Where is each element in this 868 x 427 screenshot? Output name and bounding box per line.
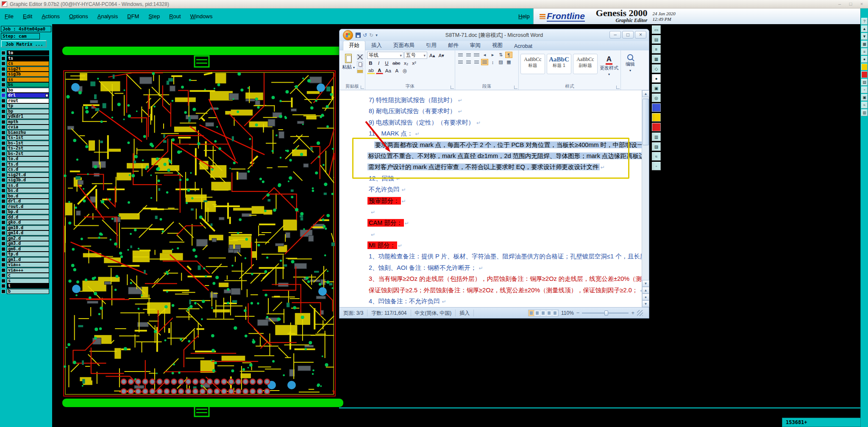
previous-page-icon[interactable]: ▲ <box>642 287 649 294</box>
layer-row[interactable]: sig2t.d <box>0 172 52 178</box>
cut-icon[interactable] <box>357 54 363 60</box>
layer-label[interactable]: via+++ <box>7 268 49 273</box>
tool-button[interactable]: ≈ <box>652 152 661 161</box>
layer-visibility-checkbox[interactable] <box>1 173 6 177</box>
layer-row[interactable]: bp.d <box>0 209 52 215</box>
layer-label[interactable]: bo.d <box>7 194 49 199</box>
layer-label[interactable]: to.d <box>7 156 49 161</box>
zoom-out-icon[interactable]: − <box>576 310 580 316</box>
layer-visibility-checkbox[interactable] <box>1 88 6 92</box>
tool-button[interactable]: ▭ <box>652 25 661 34</box>
layer-row[interactable]: gm1.d <box>0 257 52 263</box>
language-indicator[interactable]: 中文(简体, 中国) <box>411 310 456 316</box>
layer-label[interactable]: sig2t.d <box>7 172 49 177</box>
outline-view-icon[interactable] <box>546 310 552 316</box>
zoom-slider-thumb[interactable] <box>604 311 608 316</box>
layer-visibility-checkbox[interactable] <box>1 284 6 288</box>
font-effect-button[interactable]: ◎ <box>401 67 409 74</box>
layer-label[interactable]: t <box>7 283 49 288</box>
layer-visibility-checkbox[interactable] <box>1 61 6 66</box>
layer-label[interactable]: sig2t <box>7 67 49 72</box>
font-family-select[interactable]: 等线▾ <box>367 52 403 59</box>
layer-row[interactable]: s <box>0 278 52 284</box>
layer-label[interactable]: dd.d <box>7 215 49 220</box>
layer-label[interactable]: gm14.d <box>7 230 49 236</box>
sort-button[interactable]: ⇅ <box>497 52 504 58</box>
layer-row[interactable]: bs-2st <box>0 151 52 157</box>
layer-label[interactable]: s <box>7 278 49 283</box>
layer-visibility-checkbox[interactable] <box>1 83 6 87</box>
grow-font-button[interactable]: A▴ <box>428 52 436 59</box>
layer-row[interactable]: ss.d <box>0 183 52 189</box>
layer-label[interactable]: gm3.d <box>7 241 49 246</box>
tool-button[interactable]: ◎ <box>652 94 661 102</box>
layer-label[interactable]: c <box>7 273 49 278</box>
layer-row[interactable]: bp <box>0 109 52 114</box>
paste-button[interactable]: 粘贴 ▾ <box>341 52 356 80</box>
print-layout-icon[interactable] <box>529 310 534 316</box>
layer-label[interactable]: tp.d <box>7 252 49 257</box>
show-marks-button[interactable]: ¶ <box>505 52 512 58</box>
ribbon-tab[interactable]: 插入 <box>366 41 387 50</box>
menu-item[interactable]: File <box>0 13 18 19</box>
layer-visibility-checkbox[interactable] <box>1 258 6 262</box>
font-effect-button[interactable]: A <box>376 67 383 74</box>
page-indicator[interactable]: 页面: 3/3 <box>339 310 367 316</box>
edge-tool-button[interactable]: ≈ <box>861 102 868 108</box>
layer-visibility-checkbox[interactable] <box>1 130 6 135</box>
layer-row[interactable]: dd.d <box>0 215 52 220</box>
layer-label[interactable]: tp <box>7 103 49 108</box>
layer-label[interactable]: gko.d <box>7 220 49 225</box>
layer-label[interactable]: sig3b <box>7 72 49 77</box>
justify-button[interactable] <box>481 59 488 65</box>
layer-label[interactable]: drl.d <box>7 199 49 204</box>
layer-visibility-checkbox[interactable] <box>1 99 6 103</box>
layer-visibility-checkbox[interactable] <box>1 241 6 246</box>
layer-visibility-checkbox[interactable] <box>1 268 6 272</box>
menu-item[interactable]: Options <box>64 13 93 19</box>
scrollbar-thumb[interactable] <box>643 99 649 145</box>
font-style-button[interactable]: U <box>383 60 390 67</box>
tool-button[interactable]: ▤ <box>652 35 661 44</box>
font-style-button[interactable]: x² <box>411 60 418 67</box>
layer-label[interactable]: sig3b.d <box>7 177 49 183</box>
layer-row[interactable]: ts <box>0 56 52 61</box>
edge-tool-button[interactable]: ▥ <box>861 109 868 116</box>
font-style-button[interactable]: I <box>375 60 382 67</box>
layer-row[interactable]: bs-1st <box>0 141 52 146</box>
layer-row[interactable]: tp.d <box>0 252 52 257</box>
layer-visibility-checkbox[interactable] <box>1 146 6 150</box>
tool-button[interactable] <box>652 123 661 131</box>
styles-dialog-launcher-icon[interactable] <box>616 86 620 89</box>
layer-label[interactable]: bp <box>7 109 49 114</box>
layer-visibility-checkbox[interactable] <box>1 183 6 188</box>
layer-label[interactable]: to <box>7 50 49 55</box>
layer-label[interactable]: cvia <box>7 125 49 130</box>
layer-visibility-checkbox[interactable] <box>1 141 6 145</box>
tool-button[interactable] <box>652 103 661 112</box>
zoom-level[interactable]: 110% <box>561 310 574 316</box>
layer-label[interactable]: bs <box>7 82 49 87</box>
layer-row[interactable]: to <box>0 50 52 56</box>
layer-visibility-checkbox[interactable] <box>1 109 6 114</box>
align-left-button[interactable] <box>457 59 464 65</box>
borders-button[interactable]: ▦ <box>505 59 512 65</box>
ribbon-tab[interactable]: 邮件 <box>442 41 464 50</box>
shrink-font-button[interactable]: A▾ <box>437 52 445 59</box>
layer-row[interactable]: cvia <box>0 125 52 130</box>
font-style-button[interactable]: x₂ <box>403 60 410 67</box>
layer-visibility-checkbox[interactable] <box>1 162 6 166</box>
font-size-select[interactable]: 五号▾ <box>404 52 427 59</box>
layer-label[interactable]: cs <box>7 61 49 66</box>
close-button[interactable]: × <box>857 1 866 7</box>
layer-visibility-checkbox[interactable] <box>1 199 6 203</box>
numbering-button[interactable] <box>465 52 472 58</box>
layer-label[interactable]: ts <box>7 56 49 61</box>
menu-item[interactable]: Rout <box>164 13 185 19</box>
layer-row[interactable]: gm6.d <box>0 247 52 252</box>
edge-tool-button[interactable]: ? <box>861 18 868 25</box>
menu-item[interactable]: Analysis <box>93 13 122 19</box>
copy-icon[interactable] <box>357 61 363 67</box>
layer-visibility-checkbox[interactable] <box>1 136 6 140</box>
layer-row[interactable]: c <box>0 273 52 278</box>
